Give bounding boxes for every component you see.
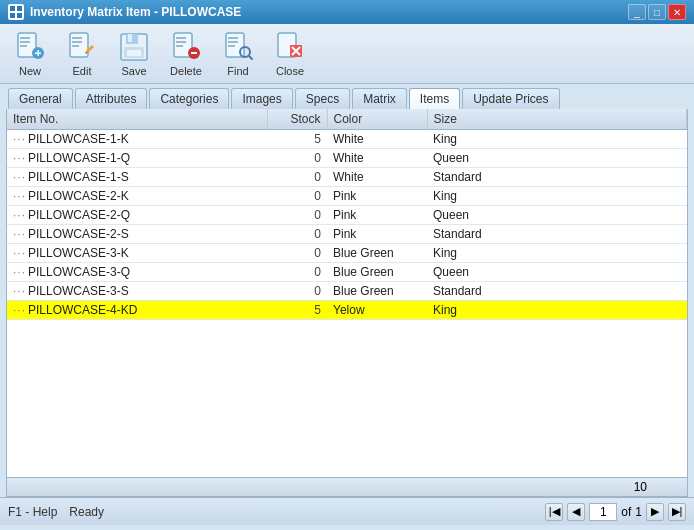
close-toolbar-button[interactable]: Close [268,27,312,81]
status-bar: F1 - Help Ready |◀ ◀ 1 of 1 ▶ ▶| [0,497,694,525]
close-toolbar-icon [274,31,306,63]
title-bar: Inventory Matrix Item - PILLOWCASE _ □ ✕ [0,0,694,24]
size-cell: Queen [427,149,687,168]
item-id: PILLOWCASE-2-K [28,189,129,203]
delete-icon [170,31,202,63]
delete-button[interactable]: Delete [164,27,208,81]
row-dots: ··· [13,265,26,279]
table-row[interactable]: ···PILLOWCASE-1-Q0WhiteQueen [7,149,687,168]
size-cell: King [427,244,687,263]
edit-icon [66,31,98,63]
app-icon [8,4,24,20]
svg-rect-3 [17,13,22,18]
first-page-button[interactable]: |◀ [545,503,563,521]
item-id: PILLOWCASE-4-KD [28,303,137,317]
table-row[interactable]: ···PILLOWCASE-2-S0PinkStandard [7,225,687,244]
row-dots: ··· [13,151,26,165]
svg-rect-0 [10,6,15,11]
table-row[interactable]: ···PILLOWCASE-3-K0Blue GreenKing [7,244,687,263]
table-footer: 10 [7,477,687,496]
stock-cell: 0 [267,244,327,263]
color-cell: Blue Green [327,244,427,263]
size-cell: King [427,301,687,320]
column-size[interactable]: Size [427,109,687,130]
svg-rect-2 [10,13,15,18]
row-dots: ··· [13,246,26,260]
table-row[interactable]: ···PILLOWCASE-4-KD5YelowKing [7,301,687,320]
row-dots: ··· [13,284,26,298]
stock-cell: 0 [267,282,327,301]
row-dots: ··· [13,189,26,203]
table-row[interactable]: ···PILLOWCASE-3-S0Blue GreenStandard [7,282,687,301]
stock-cell: 0 [267,263,327,282]
svg-rect-25 [191,52,197,54]
table-row[interactable]: ···PILLOWCASE-2-K0PinkKing [7,187,687,206]
svg-rect-5 [20,37,30,39]
column-stock[interactable]: Stock [267,109,327,130]
close-button[interactable]: ✕ [668,4,686,20]
column-item-no[interactable]: Item No. [7,109,267,130]
item-id: PILLOWCASE-3-Q [28,265,130,279]
color-cell: Pink [327,225,427,244]
tab-area: General Attributes Categories Images Spe… [0,84,694,109]
svg-rect-27 [228,37,238,39]
column-color[interactable]: Color [327,109,427,130]
next-page-button[interactable]: ▶ [646,503,664,521]
tab-items[interactable]: Items [409,88,460,109]
new-label: New [19,65,41,77]
main-content: Item No. Stock Color Size ···PILLOWCASE-… [6,109,688,497]
tab-images[interactable]: Images [231,88,292,109]
svg-rect-1 [17,6,22,11]
svg-rect-14 [72,45,79,47]
last-page-button[interactable]: ▶| [668,503,686,521]
color-cell: White [327,130,427,149]
status-left: F1 - Help Ready [8,505,104,519]
table-row[interactable]: ···PILLOWCASE-3-Q0Blue GreenQueen [7,263,687,282]
color-cell: Yelow [327,301,427,320]
tab-attributes[interactable]: Attributes [75,88,148,109]
svg-rect-6 [20,41,30,43]
of-label: of [621,505,631,519]
table-row[interactable]: ···PILLOWCASE-1-K5WhiteKing [7,130,687,149]
tab-update-prices[interactable]: Update Prices [462,88,559,109]
item-id: PILLOWCASE-2-S [28,227,129,241]
table-row[interactable]: ···PILLOWCASE-2-Q0PinkQueen [7,206,687,225]
maximize-button[interactable]: □ [648,4,666,20]
color-cell: White [327,168,427,187]
new-button[interactable]: New [8,27,52,81]
window-controls: _ □ ✕ [628,4,686,20]
stock-cell: 5 [267,301,327,320]
tab-general[interactable]: General [8,88,73,109]
page-number-input[interactable]: 1 [589,503,617,521]
total-count: 10 [634,480,647,494]
size-cell: King [427,130,687,149]
svg-rect-17 [128,34,132,42]
stock-cell: 0 [267,206,327,225]
tab-matrix[interactable]: Matrix [352,88,407,109]
total-pages: 1 [635,505,642,519]
svg-rect-21 [176,37,186,39]
row-dots: ··· [13,208,26,222]
stock-cell: 5 [267,130,327,149]
save-button[interactable]: Save [112,27,156,81]
color-cell: Blue Green [327,263,427,282]
item-id: PILLOWCASE-3-K [28,246,129,260]
tab-categories[interactable]: Categories [149,88,229,109]
table-row[interactable]: ···PILLOWCASE-1-S0WhiteStandard [7,168,687,187]
delete-label: Delete [170,65,202,77]
size-cell: King [427,187,687,206]
table-header-row: Item No. Stock Color Size [7,109,687,130]
save-icon [118,31,150,63]
svg-rect-28 [228,41,238,43]
find-button[interactable]: Find [216,27,260,81]
minimize-button[interactable]: _ [628,4,646,20]
color-cell: White [327,149,427,168]
prev-page-button[interactable]: ◀ [567,503,585,521]
edit-button[interactable]: Edit [60,27,104,81]
items-table-container[interactable]: Item No. Stock Color Size ···PILLOWCASE-… [7,109,687,477]
tab-specs[interactable]: Specs [295,88,350,109]
size-cell: Standard [427,225,687,244]
size-cell: Queen [427,206,687,225]
stock-cell: 0 [267,149,327,168]
edit-label: Edit [73,65,92,77]
